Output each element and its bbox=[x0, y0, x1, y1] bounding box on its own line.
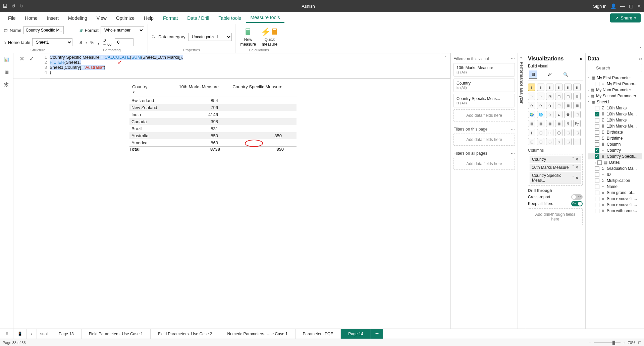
field-item[interactable]: 🖩Sum with remo... bbox=[588, 208, 642, 214]
viz-type-chip[interactable]: ▦ bbox=[555, 120, 562, 127]
table-row[interactable]: America863 bbox=[129, 139, 297, 146]
field-item[interactable]: 🖩Sum removefilt... bbox=[588, 196, 642, 202]
formula-expand-down-icon[interactable]: — bbox=[443, 71, 448, 76]
tab-view[interactable]: View bbox=[92, 13, 111, 23]
checkbox[interactable] bbox=[595, 203, 599, 207]
close-icon[interactable]: ✕ bbox=[637, 3, 641, 9]
tab-measure-tools[interactable]: Measure tools bbox=[246, 13, 285, 23]
more-icon[interactable]: ⋯ bbox=[511, 56, 515, 61]
model-view-icon[interactable]: 🕸 bbox=[3, 81, 10, 88]
table-row[interactable]: Brazil831 bbox=[129, 125, 297, 132]
checkbox[interactable] bbox=[595, 130, 599, 135]
checkbox[interactable] bbox=[595, 197, 599, 201]
report-canvas[interactable]: Country▼ 10th Marks Measure Country Spec… bbox=[13, 79, 450, 329]
checkbox[interactable] bbox=[595, 136, 599, 141]
viz-type-chip[interactable]: ⬚ bbox=[573, 129, 581, 136]
checkbox[interactable] bbox=[595, 118, 599, 122]
page-tab[interactable]: Numeric Parameters- Use Case 1 bbox=[220, 329, 296, 339]
ribbon-collapse-icon[interactable]: ˄ bbox=[640, 46, 642, 51]
save-icon[interactable]: 🖫 bbox=[3, 3, 7, 9]
tab-file[interactable]: File bbox=[3, 13, 20, 23]
drill-drop[interactable]: Add drill-through fields here bbox=[528, 208, 583, 225]
viz-type-chip[interactable]: ▦ bbox=[546, 120, 553, 127]
page-tab[interactable]: Field Parameters- Use Case 1 bbox=[82, 329, 151, 339]
checkbox[interactable] bbox=[595, 179, 599, 183]
chevron-right-icon[interactable]: › bbox=[588, 94, 589, 98]
format-visual-icon[interactable]: 🖌 bbox=[545, 70, 553, 79]
viz-type-chip[interactable]: ⊞ bbox=[573, 93, 581, 100]
viz-type-chip[interactable]: ▦ bbox=[537, 120, 544, 127]
keep-filters-toggle[interactable]: On bbox=[571, 201, 583, 206]
filters-all-drop[interactable]: Add data fields here bbox=[453, 158, 515, 170]
viz-type-chip[interactable]: ▦ bbox=[564, 102, 572, 109]
filter-card[interactable]: 10th Marks Measureis (All) bbox=[453, 63, 515, 77]
undo-icon[interactable]: ↺ bbox=[11, 3, 15, 9]
tab-help[interactable]: Help bbox=[139, 13, 158, 23]
field-item[interactable]: 🖩Country Specifi... bbox=[588, 153, 642, 159]
data-category-select[interactable]: Uncategorized bbox=[188, 33, 232, 41]
currency-caret[interactable]: ▾ bbox=[86, 41, 87, 44]
field-item[interactable]: ▫ID bbox=[588, 171, 642, 178]
filter-card[interactable]: Country Specific Meas...is (All) bbox=[453, 94, 515, 107]
share-button[interactable]: ↗ Share ▾ bbox=[610, 13, 641, 22]
cross-report-toggle[interactable]: Off bbox=[571, 194, 583, 200]
dec-inc-button[interactable]: .0→.00 bbox=[103, 38, 111, 46]
signin-link[interactable]: Sign in bbox=[593, 4, 606, 9]
field-item[interactable]: Σ10th Marks bbox=[588, 105, 642, 111]
viz-type-chip[interactable]: ◔ bbox=[537, 102, 544, 109]
field-well-item[interactable]: 10th Marks Measure˅✕ bbox=[530, 164, 581, 171]
viz-type-chip[interactable]: ◔ bbox=[528, 102, 535, 109]
col-country[interactable]: Country▼ bbox=[130, 83, 170, 95]
zoom-in-icon[interactable]: + bbox=[623, 341, 625, 345]
remove-icon[interactable]: ✕ bbox=[575, 165, 579, 170]
viz-type-chip[interactable]: Py bbox=[573, 120, 581, 127]
checkbox[interactable] bbox=[595, 154, 599, 159]
checkbox[interactable] bbox=[595, 172, 599, 177]
desktop-layout-icon[interactable]: 🖥 bbox=[0, 329, 13, 339]
name-input[interactable] bbox=[23, 26, 64, 34]
filters-visual-drop[interactable]: Add data fields here bbox=[453, 109, 515, 121]
percent-button[interactable]: % bbox=[91, 40, 95, 45]
viz-type-chip[interactable]: ⬚ bbox=[564, 138, 572, 145]
viz-type-chip[interactable]: ◇ bbox=[555, 138, 562, 145]
chevron-down-icon[interactable]: ˅ bbox=[572, 165, 574, 170]
viz-type-chip[interactable]: 〜 bbox=[528, 93, 535, 100]
viz-type-chip[interactable]: ▦ bbox=[528, 120, 535, 127]
viz-type-chip[interactable]: ▲ bbox=[555, 111, 562, 118]
maximize-icon[interactable]: ▢ bbox=[629, 3, 633, 9]
field-item[interactable]: 🖩Sum removefilt... bbox=[588, 202, 642, 208]
field-well-item[interactable]: Country Specific Meas...˅✕ bbox=[530, 172, 581, 184]
viz-type-chip[interactable]: ⬔ bbox=[546, 93, 553, 100]
field-item[interactable]: ▫Name bbox=[588, 184, 642, 190]
viz-type-chip[interactable]: ◯ bbox=[555, 129, 562, 136]
tab-data-drill[interactable]: Data / Drill bbox=[182, 13, 214, 23]
formula-expand-up-icon[interactable]: ˄ bbox=[444, 55, 447, 60]
chevron-down-icon[interactable]: ˅ bbox=[588, 100, 589, 104]
viz-type-chip[interactable]: ⬚ bbox=[573, 111, 581, 118]
chevron-right-icon[interactable]: › bbox=[588, 88, 589, 92]
performance-analyzer-rail[interactable]: « Performance analyzer bbox=[518, 53, 525, 329]
minimize-icon[interactable]: — bbox=[620, 3, 625, 9]
viz-type-chip[interactable]: 🌍 bbox=[528, 111, 535, 118]
mobile-layout-icon[interactable]: 📱 bbox=[13, 329, 27, 339]
quick-measure-button[interactable]: ⚡🖩 Quick measure bbox=[260, 27, 279, 47]
viz-type-chip[interactable]: 〜 bbox=[537, 93, 544, 100]
add-page-button[interactable]: + bbox=[371, 329, 383, 339]
currency-button[interactable]: $ bbox=[79, 40, 82, 45]
viz-type-chip[interactable]: ◑ bbox=[546, 102, 553, 109]
formula-commit-icon[interactable]: ✓ bbox=[29, 55, 34, 62]
more-icon[interactable]: ⋯ bbox=[511, 151, 515, 156]
page-tab[interactable]: Field Parameters- Use Case 2 bbox=[151, 329, 220, 339]
viz-type-chip[interactable]: 🌐 bbox=[537, 111, 544, 118]
build-fields-icon[interactable]: ▦ bbox=[529, 70, 537, 79]
viz-type-chip[interactable]: ◻ bbox=[546, 129, 553, 136]
table-item[interactable]: ˅▦Sheet1 bbox=[588, 99, 642, 105]
table-item[interactable]: ›▦My Second Parameter bbox=[588, 93, 642, 99]
viz-type-chip[interactable]: ◫ bbox=[555, 93, 562, 100]
checkbox[interactable] bbox=[595, 209, 599, 213]
tab-modeling[interactable]: Modeling bbox=[63, 13, 92, 23]
field-item[interactable]: 🖩Column bbox=[588, 141, 642, 147]
more-icon[interactable]: ⋯ bbox=[511, 127, 515, 132]
remove-icon[interactable]: ✕ bbox=[575, 176, 579, 180]
filters-page-drop[interactable]: Add data fields here bbox=[453, 134, 515, 146]
